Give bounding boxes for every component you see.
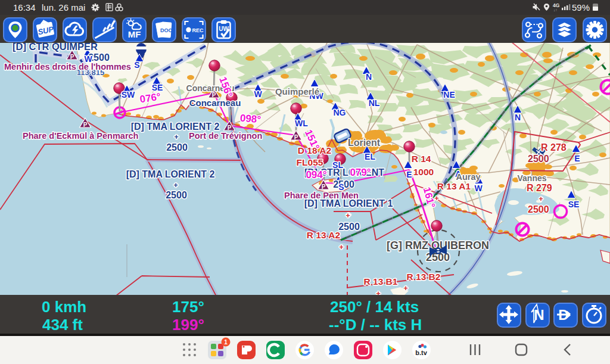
svg-text:SL: SL [332, 160, 343, 170]
svg-text:W: W [474, 183, 483, 193]
svg-text:NE: NE [443, 90, 455, 99]
svg-text:098°: 098° [239, 113, 262, 126]
svg-text:P: P [83, 122, 88, 128]
svg-text:SE: SE [568, 200, 580, 209]
svg-text:S: S [134, 60, 139, 70]
svg-text:MF: MF [128, 29, 141, 39]
svg-text:EL: EL [365, 152, 375, 161]
svg-text:Phare d'Eckmül à Penmarch: Phare d'Eckmül à Penmarch [23, 131, 138, 141]
svg-text:P: P [322, 183, 326, 190]
svg-text:2500: 2500 [528, 154, 549, 164]
svg-text:Concarneau: Concarneau [189, 98, 241, 108]
svg-text:2500: 2500 [338, 222, 360, 232]
svg-text:2500: 2500 [528, 204, 549, 214]
svg-text:Quimperlé: Quimperlé [275, 86, 319, 97]
svg-text:2500: 2500 [166, 142, 188, 153]
svg-text:N: N [366, 72, 372, 82]
svg-text:2500: 2500 [166, 190, 187, 200]
svg-text:094°: 094° [306, 169, 326, 181]
svg-text:E: E [574, 154, 580, 163]
svg-text:R 13 B2: R 13 B2 [407, 272, 441, 282]
svg-text:W: W [254, 89, 262, 99]
svg-text:[G] RMZ QUIBERON: [G] RMZ QUIBERON [387, 239, 489, 251]
svg-text:Port de Trévignon: Port de Trévignon [189, 131, 262, 141]
svg-text:↓↑: ↓↑ [553, 8, 558, 12]
svg-text:DOC: DOC [160, 27, 173, 33]
svg-text:b.tv: b.tv [415, 349, 427, 356]
svg-text:+: + [339, 242, 344, 251]
svg-text:1: 1 [224, 339, 228, 346]
svg-text:R 13 B1: R 13 B1 [364, 276, 398, 287]
svg-text:1000: 1000 [413, 167, 434, 177]
svg-text:REC: REC [192, 27, 204, 33]
svg-text:E: E [406, 170, 412, 179]
svg-text:R 13 A2: R 13 A2 [307, 230, 340, 240]
svg-text:[D] TMA LORIENT 2: [D] TMA LORIENT 2 [131, 122, 220, 132]
svg-text:WL: WL [295, 119, 308, 128]
svg-text:Phare de Pen Men: Phare de Pen Men [284, 191, 359, 200]
svg-text:[D] TMA LORIENT 2: [D] TMA LORIENT 2 [126, 169, 215, 179]
svg-text:P: P [294, 134, 298, 141]
svg-text:079°: 079° [350, 167, 371, 178]
svg-text:+: + [173, 181, 178, 189]
svg-text:R 279: R 279 [527, 183, 552, 193]
svg-text:+: + [539, 194, 543, 203]
svg-text:R 14: R 14 [412, 154, 431, 164]
svg-text:R 278: R 278 [541, 142, 567, 153]
svg-text:Lorient: Lorient [348, 138, 381, 148]
svg-text:N: N [515, 113, 521, 122]
svg-text:NG: NG [334, 108, 346, 117]
svg-text:Menhir des droits de l'hommes: Menhir des droits de l'hommes [4, 62, 131, 71]
svg-text:P: P [228, 125, 232, 131]
svg-text:P: P [70, 54, 74, 60]
svg-text:Auray: Auray [456, 172, 480, 182]
svg-text:FL055: FL055 [297, 157, 323, 167]
svg-text:Vannes: Vannes [517, 173, 546, 183]
svg-text:NL: NL [369, 98, 380, 108]
svg-text:+: + [403, 284, 408, 293]
svg-text:59%: 59% [572, 2, 590, 13]
svg-text:N: N [534, 307, 544, 323]
svg-text:SW: SW [122, 90, 135, 99]
svg-text:+: + [346, 211, 350, 220]
svg-text:R 13 A1: R 13 A1 [437, 181, 471, 191]
svg-text:+: + [174, 132, 179, 141]
